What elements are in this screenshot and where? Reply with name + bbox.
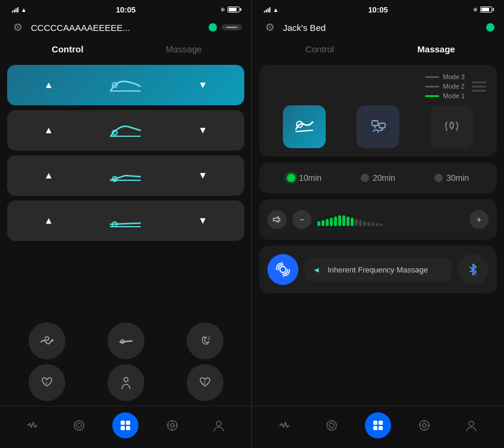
preset-heart2[interactable]: 2 — [187, 364, 223, 401]
arrow-down-4[interactable]: ▼ — [198, 215, 207, 226]
mode-bar-1 — [472, 90, 486, 92]
nav-target-right[interactable] — [411, 412, 437, 438]
battery-right — [480, 7, 492, 12]
tab-massage-left[interactable]: Massage — [126, 40, 242, 58]
arrow-up-2[interactable]: ▲ — [44, 125, 53, 136]
menu-btn-left[interactable] — [222, 24, 242, 30]
arrow-up-4[interactable]: ▲ — [44, 215, 53, 226]
svg-point-32 — [469, 421, 474, 426]
arrow-down-1[interactable]: ▼ — [198, 80, 207, 90]
volume-row: − — [267, 208, 489, 231]
nav-control-right[interactable] — [365, 412, 391, 438]
svg-rect-21 — [379, 123, 385, 128]
bed-icon-3 — [108, 165, 143, 186]
nav-health-left[interactable] — [20, 412, 46, 438]
vol-bar-8 — [346, 217, 349, 226]
arrow-up-1[interactable]: ▲ — [44, 80, 53, 90]
battery-left — [228, 7, 240, 12]
vol-bar-6 — [338, 215, 341, 226]
status-bar-left: ▲ 10:05 ⊕ — [0, 0, 251, 17]
timer-30-label: 30min — [446, 173, 469, 183]
arrow-down-3[interactable]: ▼ — [198, 170, 207, 181]
nav-profile-left[interactable] — [206, 412, 232, 438]
preset-buttons-row1: Z — [0, 318, 251, 364]
vol-bar-14 — [371, 223, 374, 226]
control-row-4[interactable]: ▲ ▼ — [7, 200, 244, 241]
volume-icon — [267, 210, 286, 229]
bed-icon-2 — [108, 120, 143, 141]
svg-rect-28 — [373, 426, 377, 430]
gear-icon-left[interactable]: ⚙ — [10, 19, 26, 36]
location-left: ⊕ — [220, 7, 225, 12]
device-name-left: CCCCCAAAAAEEEEE... — [31, 23, 204, 33]
timer-20-label: 20min — [373, 173, 395, 183]
nav-target-left[interactable] — [159, 412, 185, 438]
freq-arrow-icon: ◄ — [313, 265, 320, 274]
mode-bar-2 — [472, 86, 486, 87]
preset-wave[interactable] — [29, 322, 65, 359]
frequency-btn[interactable] — [267, 254, 298, 285]
control-row-1[interactable]: ▲ ▼ — [7, 65, 244, 105]
gear-icon-right[interactable]: ⚙ — [262, 19, 278, 36]
svg-rect-15 — [126, 426, 130, 430]
svg-point-25 — [329, 423, 334, 428]
nav-menu-left[interactable] — [66, 412, 92, 438]
bottom-nav-right — [252, 406, 504, 448]
mode-3: Mode 3 — [425, 73, 465, 80]
mode-2-label: Mode 2 — [443, 83, 465, 90]
mode-bars — [472, 82, 486, 92]
volume-minus-btn[interactable]: − — [292, 210, 311, 229]
svg-text:♪: ♪ — [475, 272, 477, 276]
bluetooth-btn[interactable]: ♪ — [458, 254, 489, 285]
mode-1-dot — [425, 95, 439, 97]
status-bar-right: ▲ 10:05 ⊕ — [252, 0, 504, 17]
tab-control-left[interactable]: Control — [10, 40, 126, 58]
volume-plus-btn[interactable]: + — [470, 210, 489, 229]
mode-1: Mode 1 — [425, 92, 465, 99]
svg-rect-13 — [126, 421, 130, 425]
timer-20[interactable]: 20min — [361, 173, 395, 183]
control-row-2[interactable]: ▲ ▼ — [7, 110, 244, 151]
nav-menu-right[interactable] — [319, 412, 345, 438]
svg-rect-20 — [372, 121, 378, 126]
mode-bar-3 — [472, 82, 486, 83]
mode-2-dot — [425, 86, 439, 87]
svg-rect-29 — [379, 426, 383, 430]
connection-status-right — [486, 23, 494, 32]
svg-rect-12 — [121, 421, 125, 425]
massage-type-sync[interactable] — [357, 105, 399, 148]
preset-heart1[interactable]: 1 — [29, 364, 65, 401]
arrow-down-2[interactable]: ▼ — [198, 125, 207, 136]
timer-10[interactable]: 10min — [287, 173, 322, 183]
svg-point-8 — [124, 378, 128, 382]
svg-point-18 — [216, 421, 221, 426]
nav-health-right[interactable] — [272, 412, 298, 438]
massage-type-wave[interactable] — [283, 105, 326, 148]
preset-flat[interactable] — [108, 322, 144, 359]
massage-panel: Mode 3 Mode 2 Mode 1 — [252, 65, 504, 406]
mode-3-dot — [425, 76, 439, 78]
nav-profile-right[interactable] — [458, 412, 484, 438]
timer-10-label: 10min — [299, 173, 322, 183]
vol-bar-10 — [355, 219, 358, 226]
massage-mode-card: Mode 3 Mode 2 Mode 1 — [259, 65, 497, 156]
preset-sleep[interactable]: Z — [187, 322, 223, 359]
timer-30[interactable]: 30min — [434, 173, 469, 183]
vol-bar-7 — [342, 215, 345, 226]
vol-bar-3 — [326, 219, 329, 226]
vol-bar-4 — [330, 218, 333, 226]
mode-2: Mode 2 — [425, 83, 465, 90]
svg-point-4 — [45, 337, 49, 340]
header-left: ⚙ CCCCCAAAAAEEEEE... — [0, 17, 251, 40]
massage-type-vibrate[interactable] — [430, 105, 473, 148]
svg-point-10 — [74, 421, 84, 430]
tab-massage-right[interactable]: Massage — [378, 40, 494, 58]
location-right: ⊕ — [473, 7, 478, 12]
tab-control-right[interactable]: Control — [262, 40, 378, 58]
bottom-nav-left — [0, 406, 251, 448]
control-row-3[interactable]: ▲ ▼ — [7, 155, 244, 196]
arrow-up-3[interactable]: ▲ — [44, 170, 53, 181]
preset-person[interactable] — [108, 364, 144, 401]
svg-point-24 — [327, 421, 336, 430]
nav-control-left[interactable] — [112, 412, 138, 438]
